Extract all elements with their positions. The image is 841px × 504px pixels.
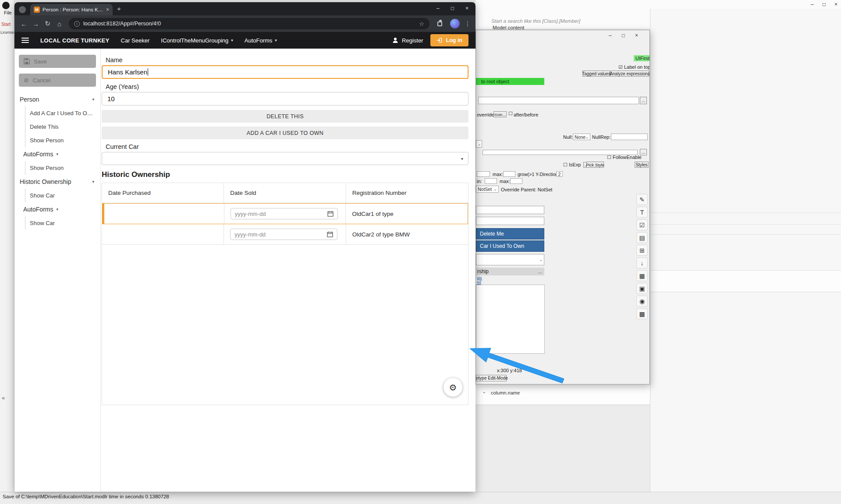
pick-style-button[interactable]: Pick Style xyxy=(586,162,604,168)
window-maximize-button[interactable]: □ xyxy=(451,5,454,11)
after-before-checkbox[interactable]: ☐ xyxy=(508,111,513,116)
download-icon[interactable]: ↓ xyxy=(636,257,648,268)
name-input[interactable]: Hans Karlsen xyxy=(102,65,468,79)
max-input[interactable] xyxy=(503,171,515,177)
analyze-expressions-tab[interactable]: Analyze expressions xyxy=(610,70,649,77)
current-car-select[interactable]: ▾ xyxy=(102,152,468,165)
bg-close-button[interactable]: × xyxy=(834,1,837,7)
table-row[interactable]: yyyy-mm-dd OldCar2 of type BMW xyxy=(102,224,468,245)
listbox-icon[interactable]: ▤ xyxy=(636,232,648,243)
dialog-close-button[interactable]: × xyxy=(635,32,638,39)
new-tab-button[interactable]: + xyxy=(117,5,121,12)
calendar-icon[interactable]: ⊞ xyxy=(636,245,648,256)
dialog-maximize-button[interactable]: □ xyxy=(622,32,625,39)
label-on-top-checkbox[interactable]: ☑ Label on top xyxy=(618,64,650,70)
file-menu[interactable]: File xyxy=(4,10,12,15)
car-dropdown[interactable]: ⌄ xyxy=(476,254,544,265)
save-button[interactable]: Save xyxy=(19,55,96,68)
site-info-icon[interactable]: i xyxy=(74,21,80,27)
cancel-button[interactable]: ⊘ Cancel xyxy=(19,74,96,87)
grow-input[interactable]: 2 xyxy=(556,171,563,177)
tree-item-show-person[interactable]: Show Person xyxy=(25,134,96,147)
collapse-chevron-icon[interactable]: « xyxy=(2,395,5,401)
tab-search-icon[interactable] xyxy=(19,6,26,13)
null-dropdown[interactable]: None ⌄ xyxy=(573,134,590,140)
forward-button[interactable]: → xyxy=(30,20,42,28)
bg-minimize-button[interactable]: – xyxy=(811,1,814,7)
nullrep-input[interactable] xyxy=(611,134,648,140)
hamburger-menu-icon[interactable] xyxy=(21,38,29,43)
column-header-registration[interactable]: Registration Number xyxy=(346,183,468,203)
chevron-down-icon[interactable]: ⌄ xyxy=(482,389,486,395)
settings-fab[interactable]: ⚙ xyxy=(444,378,462,397)
expression-ellipsis-button[interactable]: ... xyxy=(640,97,647,104)
image-icon[interactable]: ▣ xyxy=(636,283,648,294)
window-close-button[interactable]: × xyxy=(465,5,468,11)
date-sold-input[interactable]: yyyy-mm-dd xyxy=(230,229,337,240)
register-button[interactable]: Register xyxy=(392,37,423,44)
login-button[interactable]: Log in xyxy=(430,34,469,46)
home-button[interactable]: ⌂ xyxy=(53,20,65,28)
chevron-down-icon: ⌄ xyxy=(586,135,589,139)
bookmark-star-icon[interactable]: ☆ xyxy=(419,21,424,27)
browser-tab[interactable]: M Person : Person: Hans Karlsen × xyxy=(30,4,113,15)
globe-icon[interactable]: ◉ xyxy=(636,296,648,307)
ellipsis-icon[interactable]: ... xyxy=(538,269,542,274)
text-icon[interactable]: T xyxy=(636,207,648,218)
age-input[interactable]: 10 xyxy=(102,92,468,106)
delete-this-button[interactable]: DELETE THIS xyxy=(102,110,468,123)
tree-item-delete-this[interactable]: Delete This xyxy=(25,120,96,134)
gis-link[interactable]: gis xyxy=(477,276,482,280)
extensions-icon[interactable] xyxy=(437,21,442,26)
column-header-date-purchased[interactable]: Date Purchased xyxy=(102,183,224,203)
tab-close-icon[interactable]: × xyxy=(106,7,109,13)
max2-input[interactable] xyxy=(510,178,522,184)
checkbox-icon[interactable]: ☑ xyxy=(636,219,648,230)
browser-menu-icon[interactable]: ⋮ xyxy=(463,20,472,27)
min-input[interactable] xyxy=(477,171,490,177)
table-row[interactable]: yyyy-mm-dd OldCar1 of type xyxy=(102,203,468,224)
edit-icon[interactable]: ✎ xyxy=(636,194,648,205)
field-input-2[interactable] xyxy=(476,217,544,225)
tree-group-autoforms-2[interactable]: AutoForms ▾ xyxy=(19,202,96,216)
cell-date-purchased[interactable] xyxy=(102,224,224,244)
field-input-1[interactable] xyxy=(476,206,544,214)
nav-item-car-seeker[interactable]: Car Seeker xyxy=(121,37,150,44)
ownership-section-header[interactable]: rship ... xyxy=(476,268,544,275)
date-sold-input[interactable]: yyyy-mm-dd xyxy=(231,208,338,219)
tree-group-autoforms-1[interactable]: AutoForms ▾ xyxy=(19,147,96,161)
tree-item-show-person-2[interactable]: Show Person xyxy=(25,161,96,175)
dialog-minimize-button[interactable]: – xyxy=(609,32,612,39)
table-icon[interactable]: ▦ xyxy=(636,270,648,281)
in-input[interactable] xyxy=(485,178,497,184)
followenable-checkbox[interactable]: ☐ FollowEnable xyxy=(607,155,642,160)
bg-maximize-button[interactable]: □ xyxy=(823,1,826,7)
column-header-date-sold[interactable]: Date Sold xyxy=(224,183,346,203)
nav-item-menu-grouping[interactable]: IControlTheMenuGrouping ▾ xyxy=(161,37,233,44)
ml-link[interactable]: ml xyxy=(477,280,481,285)
back-button[interactable]: ← xyxy=(18,20,30,28)
tree-item-show-car[interactable]: Show Car xyxy=(25,189,96,202)
tree-group-historic-ownership[interactable]: Historic Ownership ▾ xyxy=(19,175,96,189)
add-car-button[interactable]: ADD A CAR I USED TO OWN xyxy=(102,127,468,139)
profile-avatar[interactable] xyxy=(450,19,460,28)
tree-item-add-car[interactable]: Add A Car I Used To Own... xyxy=(25,106,96,120)
isexp-checkbox[interactable]: ☐ IsExp xyxy=(563,162,581,168)
reload-button[interactable]: ↻ xyxy=(42,20,53,28)
tagged-values-tab[interactable]: Tagged values xyxy=(582,70,610,77)
tree-group-person[interactable]: Person ▾ xyxy=(19,92,96,106)
window-minimize-button[interactable]: – xyxy=(436,5,440,11)
address-bar[interactable]: i localhost:8182/App#/Person/4!0 ☆ xyxy=(69,18,429,29)
edge-dropdown[interactable]: ⌄ xyxy=(476,140,482,148)
nav-item-autoforms[interactable]: AutoForms ▾ xyxy=(245,37,277,44)
expression-input[interactable] xyxy=(478,97,639,104)
delete-me-button[interactable]: Delete Me xyxy=(476,228,544,240)
app-brand[interactable]: LOCAL CORE TURNKEY xyxy=(40,37,110,44)
notset-dropdown[interactable]: NotSet ⌄ xyxy=(476,186,499,193)
picture-icon[interactable]: ▩ xyxy=(636,308,648,319)
cell-date-purchased[interactable] xyxy=(103,204,224,224)
styles-button[interactable]: Styles xyxy=(635,162,649,168)
icon-button[interactable]: Icon... xyxy=(493,111,507,117)
tree-item-show-car-2[interactable]: Show Car xyxy=(25,216,96,230)
car-i-used-to-own-button[interactable]: Car I Used To Own xyxy=(476,240,544,252)
